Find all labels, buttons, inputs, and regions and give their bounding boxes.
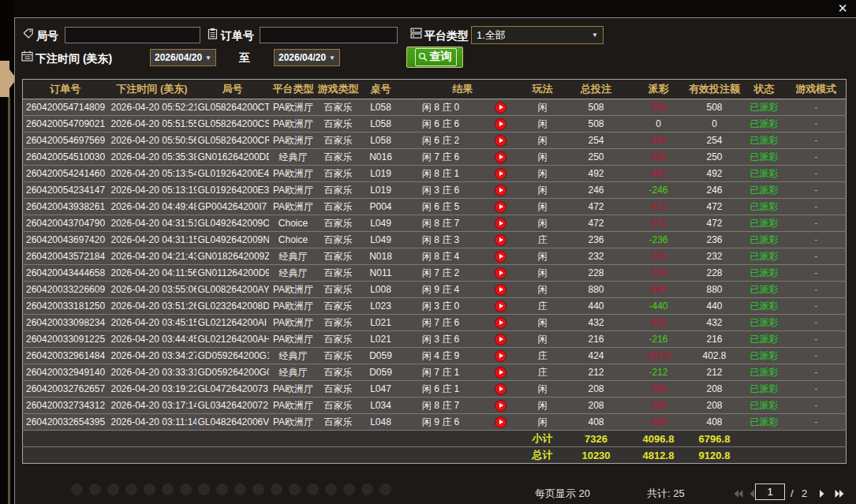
cell-play-type: 闲 xyxy=(523,149,563,166)
cell-table-no: L058 xyxy=(359,133,403,149)
video-play-icon[interactable] xyxy=(495,201,506,213)
cell-play-type: 闲 xyxy=(523,315,563,331)
close-icon[interactable]: × xyxy=(833,0,852,17)
cell-bet-time: 2026-04-20 03:33:31 xyxy=(108,364,196,381)
video-play-icon[interactable] xyxy=(495,234,506,246)
table-row: 2604200326543952026-04-20 03:11:14GL0482… xyxy=(23,414,847,431)
video-play-icon[interactable] xyxy=(495,301,506,312)
table-row: 2604200546975692026-04-20 05:50:56GL0582… xyxy=(23,133,847,149)
col-game-type: 游戏类型 xyxy=(318,80,359,99)
cell-platform: PA欧洲厅 xyxy=(269,381,318,398)
cell-game-mode: - xyxy=(787,348,847,364)
cell-play-type: 闲 xyxy=(523,199,563,215)
cell-table-no: D059 xyxy=(359,348,403,364)
video-play-icon[interactable] xyxy=(495,251,506,263)
cell-table-no: P004 xyxy=(359,199,403,215)
video-play-icon[interactable] xyxy=(495,334,506,345)
video-play-icon[interactable] xyxy=(495,400,506,412)
platform-select[interactable]: 1.全部 ▼ xyxy=(471,26,604,44)
cell-game-mode: - xyxy=(787,166,847,182)
video-play-icon[interactable] xyxy=(495,267,506,279)
table-row: 2604200542341472026-04-20 05:13:19GL0192… xyxy=(23,182,847,199)
cell-result: 闲 8 庄 7 xyxy=(403,215,479,232)
cell-payout: 0 xyxy=(630,116,687,133)
video-play-icon[interactable] xyxy=(495,185,506,196)
cell-order-id: 260420054510030 xyxy=(23,149,108,166)
video-play-icon[interactable] xyxy=(495,317,506,329)
cell-valid-bet: 402.8 xyxy=(687,348,742,364)
platform-select-value: 1.全部 xyxy=(477,28,506,43)
cell-table-no: L019 xyxy=(359,166,403,182)
cell-platform: PA欧洲厅 xyxy=(269,182,318,199)
video-play-icon[interactable] xyxy=(495,367,506,379)
cell-payout: 208 xyxy=(630,398,687,414)
cell-order-id: 260420054714809 xyxy=(23,99,108,116)
cell-video xyxy=(479,232,523,248)
cell-platform: PA欧洲厅 xyxy=(269,282,318,298)
tag-icon xyxy=(23,28,34,39)
cell-status: 已派彩 xyxy=(742,331,787,348)
cell-total-bet: 208 xyxy=(563,381,630,398)
video-play-icon[interactable] xyxy=(495,218,506,230)
query-button[interactable]: 查询 xyxy=(406,47,463,68)
cell-total-bet: 236 xyxy=(563,232,630,248)
cell-total-bet: 440 xyxy=(563,298,630,315)
cell-order-id: 260420033181250 xyxy=(23,298,108,315)
cell-play-type: 庄 xyxy=(523,348,563,364)
cell-table-no: D059 xyxy=(359,364,403,381)
video-play-icon[interactable] xyxy=(495,383,506,395)
cell-game-type: 百家乐 xyxy=(318,248,359,265)
cell-result: 闲 9 庄 4 xyxy=(403,282,479,298)
page-input[interactable]: 1 xyxy=(755,483,785,500)
cell-platform: PA欧洲厅 xyxy=(269,398,318,414)
cell-total-bet: 250 xyxy=(563,149,630,166)
order-input[interactable] xyxy=(260,27,398,43)
order-filter-label: 订单号 xyxy=(221,29,254,43)
cell-table-no: L058 xyxy=(359,116,403,133)
cell-valid-bet: 216 xyxy=(687,331,742,348)
video-play-icon[interactable] xyxy=(495,135,506,147)
table-row: 2604200542414602026-04-20 05:13:54GL0192… xyxy=(23,166,847,182)
video-play-icon[interactable] xyxy=(495,151,506,163)
cell-payout: 472 xyxy=(630,215,687,232)
cell-result: 闲 7 庄 6 xyxy=(403,149,479,166)
last-page-icon[interactable] xyxy=(833,488,846,499)
cell-game-mode: - xyxy=(787,116,847,133)
date-to-picker[interactable]: 2026/04/20 ▼ xyxy=(274,49,340,66)
cell-round-id: GN016264200DD xyxy=(196,149,269,166)
next-page-icon[interactable] xyxy=(817,488,830,499)
first-page-icon[interactable] xyxy=(732,488,745,499)
cell-round-id: GL021264200AH xyxy=(196,331,269,348)
cell-video xyxy=(479,248,523,265)
cell-bet-time: 2026-04-20 03:51:26 xyxy=(108,298,196,315)
cell-order-id: 260420043572184 xyxy=(23,248,108,265)
cell-result: 闲 8 庄 7 xyxy=(403,398,479,414)
cell-video xyxy=(479,182,523,199)
cell-game-type: 百家乐 xyxy=(318,282,359,298)
cell-video xyxy=(479,282,523,298)
video-play-icon[interactable] xyxy=(495,350,506,362)
clipboard-icon xyxy=(207,28,218,39)
date-from-picker[interactable]: 2026/04/20 ▼ xyxy=(150,49,216,66)
cell-table-no: N011 xyxy=(359,265,403,282)
cell-play-type: 闲 xyxy=(523,331,563,348)
page-separator: / xyxy=(791,487,794,501)
cell-status: 已派彩 xyxy=(742,99,787,116)
video-play-icon[interactable] xyxy=(495,102,506,114)
round-input[interactable] xyxy=(65,27,200,43)
cell-valid-bet: 432 xyxy=(687,315,742,331)
cell-status: 已派彩 xyxy=(742,282,787,298)
video-play-icon[interactable] xyxy=(495,284,506,296)
video-play-icon[interactable] xyxy=(495,118,506,130)
cell-round-id: GL058264200CT xyxy=(196,99,269,116)
cell-status: 已派彩 xyxy=(742,215,787,232)
video-play-icon[interactable] xyxy=(495,168,506,180)
col-status: 状态 xyxy=(742,80,787,99)
cell-table-no: L021 xyxy=(359,331,403,348)
betting-records-modal: × 局号 订单号 平台类型 1.全部 ▼ 下注时间 (美东) 2026/04/2… xyxy=(0,0,856,504)
cell-valid-bet: 472 xyxy=(687,199,742,215)
cell-game-type: 百家乐 xyxy=(318,364,359,381)
cell-play-type: 庄 xyxy=(523,298,563,315)
col-total-bet: 总投注 xyxy=(563,80,630,99)
video-play-icon[interactable] xyxy=(495,416,506,428)
